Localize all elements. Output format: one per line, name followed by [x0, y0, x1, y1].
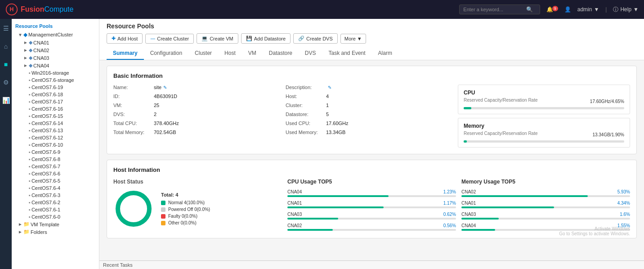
- user-dropdown-icon: ▼: [594, 6, 599, 13]
- memory-metric-value: 13.34GB/1.90%: [592, 132, 624, 137]
- sidebar-icon-resource-pools[interactable]: ■: [1, 59, 11, 69]
- info-cluster-row: Cluster: 1: [286, 103, 458, 108]
- cpu-usage-top5: CPU Usage TOP5 CNA04 1.23% CNA01 1.17: [287, 179, 456, 232]
- sidebar-item-cna04[interactable]: ► ◆ CNA04: [12, 62, 99, 69]
- sidebar-item-centos763[interactable]: ▪ CentOS7.6-3: [12, 192, 99, 199]
- folder-icon: 📁: [23, 229, 30, 235]
- description-edit-icon[interactable]: ✎: [328, 85, 331, 90]
- tab-task-and-event[interactable]: Task and Event: [322, 47, 372, 60]
- legend-other-dot: [161, 221, 165, 225]
- add-datastore-button[interactable]: 💾 Add Datastore: [241, 33, 291, 44]
- vm-icon: ▪: [29, 164, 31, 169]
- vm-icon: ▪: [29, 200, 31, 205]
- sidebar-item-centos760[interactable]: ▪ CentOS7.6-0: [12, 213, 99, 220]
- add-host-button[interactable]: ✚ Add Host: [107, 33, 143, 44]
- cpu-metric-sub: Reserved Capacity/Reservation Rate: [464, 98, 538, 103]
- tab-dvs[interactable]: DVS: [299, 47, 322, 60]
- sidebar-item-centos764[interactable]: ▪ CentOS7.6-4: [12, 184, 99, 192]
- basic-info-col2: Description: ✎ Host: 4 Cluster: 1: [286, 85, 458, 148]
- sidebar-item-vm-template[interactable]: ► 📁 VM Template: [12, 220, 99, 228]
- sidebar-item-management-cluster[interactable]: ▼ ◆ ManagementCluster: [12, 31, 99, 39]
- create-cluster-button[interactable]: ⸻ Create Cluster: [145, 34, 194, 44]
- host-legend: Total: 4 Normal 4(100.0%) Powered Off 0(…: [161, 192, 210, 225]
- search-icon[interactable]: 🔍: [526, 6, 533, 13]
- sidebar-item-centos765[interactable]: ▪ CentOS7.6-5: [12, 177, 99, 184]
- create-dvs-button[interactable]: 🔗 Create DVS: [293, 33, 338, 44]
- info-name-row: Name: site ✎: [113, 85, 286, 90]
- bell-icon[interactable]: 🔔 9: [546, 6, 558, 13]
- sidebar-icon-monitor[interactable]: 📊: [1, 95, 11, 105]
- vm-icon: ▪: [29, 70, 31, 76]
- sidebar-item-centos761[interactable]: ▪ CentOS7.6-1: [12, 206, 99, 213]
- sidebar-item-centos7614[interactable]: ▪ CentOS7.6-14: [12, 120, 99, 127]
- search-input[interactable]: [463, 7, 526, 12]
- sidebar-icon-settings[interactable]: ⚙: [1, 77, 11, 87]
- content-header: Resource Pools ✚ Add Host ⸻ Create Clust…: [99, 19, 644, 60]
- tab-alarm[interactable]: Alarm: [372, 47, 398, 60]
- help-label[interactable]: ⓘ Help ▼: [613, 6, 639, 13]
- sidebar-icon-home[interactable]: ⌂: [1, 41, 11, 51]
- tab-summary[interactable]: Summary: [107, 47, 144, 60]
- sidebar-item-centos7616[interactable]: ▪ CentOS7.6-16: [12, 105, 99, 112]
- sidebar-item-centos7610[interactable]: ▪ CentOS7.6-10: [12, 141, 99, 148]
- name-edit-icon[interactable]: ✎: [163, 85, 167, 90]
- sidebar-item-centos76s[interactable]: ▪ CentOS7.6-storage: [12, 76, 99, 84]
- search-bar[interactable]: 🔍: [459, 4, 540, 14]
- tab-host[interactable]: Host: [218, 47, 242, 60]
- cpu-metric-box: CPU Reserved Capacity/Reservation Rate 1…: [458, 85, 630, 114]
- content-area: Resource Pools ✚ Add Host ⸻ Create Clust…: [99, 19, 644, 269]
- host-icon: ◆: [29, 63, 32, 68]
- sidebar-item-centos7618[interactable]: ▪ CentOS7.6-18: [12, 91, 99, 98]
- vm-icon: ▪: [29, 149, 31, 155]
- legend-poweredoff: Powered Off 0(0.0%): [161, 207, 210, 212]
- tab-cluster[interactable]: Cluster: [188, 47, 218, 60]
- sidebar-item-centos7612[interactable]: ▪ CentOS7.6-12: [12, 134, 99, 141]
- sidebar-item-win2016[interactable]: ▪ Win2016-storage: [12, 69, 99, 76]
- cpu-metric-title: CPU: [464, 90, 624, 96]
- sidebar-item-centos768[interactable]: ▪ CentOS7.6-8: [12, 156, 99, 163]
- create-vm-button[interactable]: 💻 Create VM: [197, 33, 238, 44]
- create-vm-icon: 💻: [201, 36, 208, 41]
- sidebar-item-centos762[interactable]: ▪ CentOS7.6-2: [12, 199, 99, 206]
- legend-poweredoff-dot: [161, 207, 165, 212]
- vm-icon: ▪: [29, 85, 31, 90]
- memory-bar-fill: [464, 140, 467, 143]
- sidebar-item-centos7613[interactable]: ▪ CentOS7.6-13: [12, 127, 99, 134]
- sidebar-item-centos769[interactable]: ▪ CentOS7.6-9: [12, 148, 99, 156]
- more-button[interactable]: More ▼: [340, 34, 366, 44]
- sidebar-item-centos7617[interactable]: ▪ CentOS7.6-17: [12, 98, 99, 105]
- tree-sidebar: Resource Pools ▼ ◆ ManagementCluster ► ◆…: [12, 19, 99, 269]
- legend-other: Other 0(0.0%): [161, 220, 210, 225]
- tab-datastore[interactable]: Datastore: [263, 47, 299, 60]
- sidebar-icon-menu[interactable]: ☰: [1, 23, 11, 33]
- vm-icon: ▪: [29, 121, 31, 126]
- app-title: FusionCompute: [21, 5, 73, 13]
- memory-bar-bg: [464, 140, 624, 143]
- mem-top5-title: Memory Usage TOP5: [461, 179, 630, 185]
- legend-items: Normal 4(100.0%) Powered Off 0(0.0%) Fau: [161, 200, 210, 225]
- sidebar-item-centos7615[interactable]: ▪ CentOS7.6-15: [12, 112, 99, 120]
- mem-row-cna03: CNA03 1.6%: [461, 212, 630, 220]
- create-dvs-icon: 🔗: [298, 36, 304, 41]
- memory-metric-box: Memory Reserved Capacity/Reservation Rat…: [458, 118, 630, 148]
- tab-vm[interactable]: VM: [242, 47, 263, 60]
- sidebar-item-cna02[interactable]: ► ◆ CNA02: [12, 46, 99, 54]
- tab-configuration[interactable]: Configuration: [144, 47, 188, 60]
- host-info-panel: Host Information Host Status: [107, 160, 637, 238]
- vm-icon: ▪: [29, 92, 31, 97]
- resource-pools-header[interactable]: Resource Pools: [12, 22, 99, 31]
- host-icon: ◆: [29, 47, 32, 53]
- vm-icon: ▪: [29, 157, 31, 162]
- basic-info-panel: Basic Information Name: site ✎ ID: 4B630…: [107, 66, 637, 154]
- add-host-icon: ✚: [112, 36, 116, 41]
- help-question-icon: ⓘ: [613, 6, 618, 13]
- sidebar-item-cna01[interactable]: ► ◆ CNA01: [12, 39, 99, 46]
- basic-info-grid: Name: site ✎ ID: 4B63091D VM: 25: [113, 85, 630, 148]
- help-dropdown-icon: ▼: [633, 6, 639, 13]
- sidebar-item-cna03[interactable]: ► ◆ CNA03: [12, 54, 99, 62]
- sidebar-item-centos766[interactable]: ▪ CentOS7.6-6: [12, 170, 99, 177]
- sidebar-item-centos767[interactable]: ▪ CentOS7.6-7: [12, 163, 99, 170]
- user-label[interactable]: admin ▼: [577, 6, 599, 13]
- sidebar-item-folders[interactable]: ► 📁 Folders: [12, 228, 99, 236]
- sidebar-item-centos7619[interactable]: ▪ CentOS7.6-19: [12, 84, 99, 91]
